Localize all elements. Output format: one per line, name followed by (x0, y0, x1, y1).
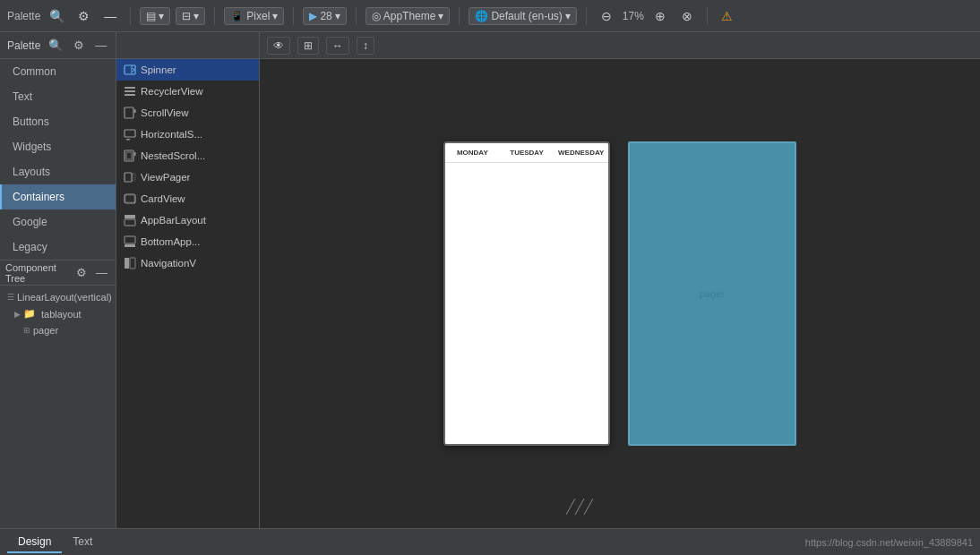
tree-label-linearlayout: LinearLayout(vertical) (17, 292, 112, 303)
viewpager-icon (124, 171, 136, 184)
bottomappbar-icon (124, 235, 136, 248)
sidebar-item-common[interactable]: Common (0, 59, 116, 84)
folder-icon: 📁 (23, 308, 36, 320)
svg-rect-12 (125, 173, 132, 182)
svg-rect-20 (125, 258, 129, 269)
sidebar-item-widgets[interactable]: Widgets (0, 134, 116, 159)
orientation-dropdown[interactable]: ⊟ ▾ (176, 7, 205, 25)
layout-icon: ▤ (146, 10, 156, 22)
component-nestedscrollview[interactable]: NestedScrol... (116, 145, 259, 166)
viewpager-label: ViewPager (141, 172, 190, 183)
phone-tab-bar: MONDAY TUESDAY WEDNESDAY (445, 143, 608, 163)
svg-line-23 (575, 499, 584, 515)
canvas-content: MONDAY TUESDAY WEDNESDAY pager (260, 59, 980, 528)
horizontalscrollview-icon (124, 128, 136, 141)
sidebar-item-containers[interactable]: Containers (0, 184, 116, 209)
spinner-label: Spinner (141, 64, 176, 75)
svg-rect-17 (125, 219, 135, 226)
main-area: Palette 🔍 ⚙ — Common Text Buttons Widget… (0, 32, 980, 528)
component-spinner[interactable]: Spinner (116, 59, 259, 81)
warning-icon[interactable]: ⚠ (717, 5, 738, 27)
toolbar-divider-2 (214, 7, 215, 25)
sidebar-item-layouts[interactable]: Layouts (0, 159, 116, 184)
spinner-icon (124, 64, 136, 76)
sidebar-item-buttons[interactable]: Buttons (0, 109, 116, 134)
svg-rect-10 (126, 152, 132, 159)
appbarlayout-icon (124, 214, 136, 226)
scrollview-icon (124, 107, 136, 119)
svg-rect-3 (125, 90, 135, 92)
phone-body (445, 163, 608, 444)
svg-rect-2 (125, 87, 135, 89)
tree-item-tablayout[interactable]: ▶ 📁 tablayout (0, 305, 116, 322)
tree-item-linearlayout[interactable]: ☰ LinearLayout(vertical) (0, 289, 116, 305)
theme-dropdown[interactable]: ◎ AppTheme ▾ (365, 7, 451, 25)
cardview-icon (124, 192, 136, 205)
tree-minimize-button[interactable]: — (93, 265, 110, 280)
svg-rect-21 (130, 258, 135, 269)
phone-icon: 📱 (230, 10, 244, 22)
svg-line-24 (584, 499, 593, 515)
device-label: Pixel (246, 10, 270, 22)
component-scrollview[interactable]: ScrollView (116, 102, 259, 124)
sidebar-item-text[interactable]: Text (0, 84, 116, 109)
component-bottomappbar[interactable]: BottomApp... (116, 231, 259, 252)
tab-text[interactable]: Text (62, 532, 103, 553)
sidebar-item-google[interactable]: Google (0, 209, 116, 235)
svg-rect-7 (125, 130, 135, 137)
component-recyclerview[interactable]: RecyclerView (116, 81, 259, 102)
main-toolbar: Palette 🔍 ⚙ — ▤ ▾ ⊟ ▾ 📱 Pixel ▾ ▶ 28 ▾ ◎… (0, 0, 980, 32)
tab-monday[interactable]: MONDAY (445, 146, 500, 159)
svg-rect-0 (125, 65, 135, 74)
tree-item-pager[interactable]: ⊞ pager (0, 322, 116, 338)
tab-tuesday[interactable]: TUESDAY (500, 146, 554, 159)
globe-icon: 🌐 (475, 10, 488, 22)
pager-icon: ⊞ (23, 326, 30, 335)
horizontal-icon[interactable]: ↔ (326, 37, 349, 55)
close-icon[interactable]: ⊗ (676, 5, 698, 27)
grid-button[interactable]: ⊞ (297, 37, 319, 55)
chevron-down-icon: ▾ (159, 10, 164, 22)
tree-settings-button[interactable]: ⚙ (73, 265, 90, 280)
api-dropdown[interactable]: ▶ 28 ▾ (303, 7, 346, 25)
component-horizontalscrollview[interactable]: HorizontalS... (116, 124, 259, 145)
eye-button[interactable]: 👁 (267, 37, 290, 55)
zoom-in-button[interactable]: ⊕ (649, 5, 671, 27)
component-viewpager[interactable]: ViewPager (116, 166, 259, 188)
cardview-label: CardView (141, 193, 185, 204)
tree-label-pager: pager (33, 325, 58, 336)
svg-rect-11 (134, 152, 136, 156)
components-list-header (116, 32, 259, 59)
tab-design[interactable]: Design (7, 532, 62, 553)
device-dropdown[interactable]: 📱 Pixel ▾ (224, 7, 284, 25)
bottomappbar-label: BottomApp... (141, 236, 200, 247)
palette-search-button[interactable]: 🔍 (46, 38, 65, 53)
vertical-icon[interactable]: ↕ (357, 37, 374, 55)
component-navigationview[interactable]: NavigationV (116, 252, 259, 274)
tree-label-tablayout: tablayout (41, 309, 82, 320)
sidebar-item-legacy[interactable]: Legacy (0, 235, 116, 260)
appbarlayout-label: AppBarLayout (141, 215, 206, 226)
horizontalscrollview-label: HorizontalS... (141, 129, 202, 140)
palette-settings-button[interactable]: ⚙ (71, 38, 87, 53)
theme-label: AppTheme (383, 10, 436, 22)
component-appbarlayout[interactable]: AppBarLayout (116, 209, 259, 231)
zoom-label: 17% (623, 10, 644, 22)
palette-title: Palette (7, 39, 40, 52)
component-cardview[interactable]: CardView (116, 188, 259, 209)
palette-minimize-button[interactable]: — (92, 38, 109, 53)
svg-rect-8 (126, 139, 130, 141)
zoom-out-button[interactable]: ⊖ (596, 5, 617, 27)
tab-wednesday[interactable]: WEDNESDAY (554, 146, 608, 159)
component-tree-content: ☰ LinearLayout(vertical) ▶ 📁 tablayout ⊞… (0, 286, 116, 528)
minimize-icon[interactable]: — (99, 5, 121, 27)
chevron-down-icon-4: ▾ (335, 10, 340, 22)
theme-icon: ◎ (372, 10, 381, 22)
settings-icon[interactable]: ⚙ (73, 5, 94, 27)
svg-rect-19 (125, 244, 135, 247)
layout-dropdown[interactable]: ▤ ▾ (140, 7, 170, 25)
search-icon[interactable]: 🔍 (46, 5, 67, 27)
svg-rect-18 (125, 236, 135, 243)
locale-dropdown[interactable]: 🌐 Default (en-us) ▾ (469, 7, 576, 25)
svg-rect-13 (133, 174, 135, 181)
